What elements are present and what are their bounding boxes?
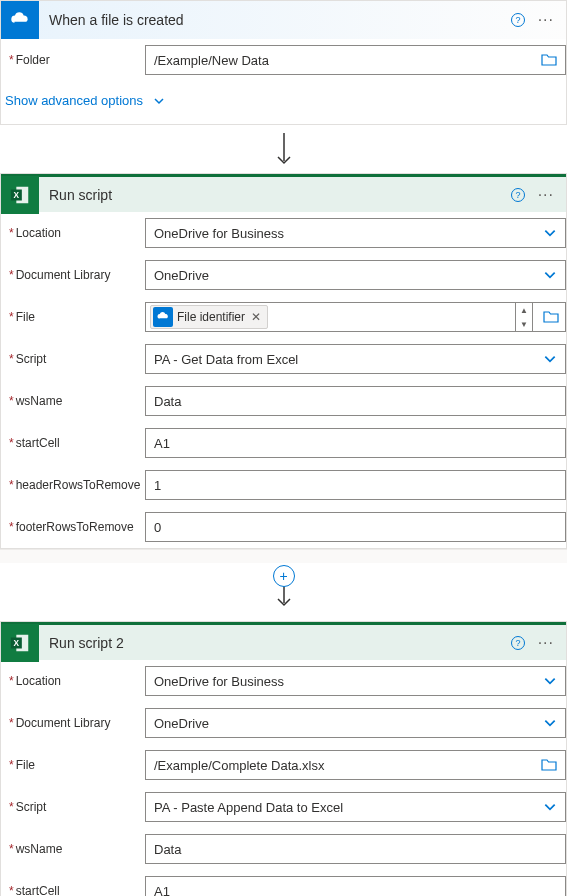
chevron-down-icon xyxy=(543,800,557,814)
field-script: *ScriptPA - Get Data from Excel xyxy=(1,338,566,380)
connector-arrow-icon xyxy=(0,125,567,173)
field-file: *File File identifier ✕ ▲▼ xyxy=(1,296,566,338)
startcell-input[interactable]: A1 xyxy=(145,876,566,896)
step-title: Run script 2 xyxy=(39,635,510,651)
step-header[interactable]: X Run script 2 ? ··· xyxy=(1,622,566,660)
chevron-down-icon xyxy=(543,716,557,730)
document-library-select[interactable]: OneDrive xyxy=(145,708,566,738)
help-icon[interactable]: ? xyxy=(510,187,526,203)
startcell-input[interactable]: A1 xyxy=(145,428,566,458)
field-startcell: *startCellA1 xyxy=(1,870,566,896)
folder-picker-icon[interactable] xyxy=(543,310,559,324)
step-title: Run script xyxy=(39,187,510,203)
step-header[interactable]: X Run script ? ··· xyxy=(1,174,566,212)
chevron-down-icon xyxy=(543,268,557,282)
field-document-library: *Document LibraryOneDrive xyxy=(1,254,566,296)
location-select[interactable]: OneDrive for Business xyxy=(145,218,566,248)
field-footerrows: *footerRowsToRemove0 xyxy=(1,506,566,548)
file-input[interactable]: File identifier ✕ ▲▼ xyxy=(145,302,566,332)
field-startcell: *startCellA1 xyxy=(1,422,566,464)
field-file: *File/Example/Complete Data.xlsx xyxy=(1,744,566,786)
folder-picker-icon[interactable] xyxy=(541,758,557,772)
field-document-library: *Document LibraryOneDrive xyxy=(1,702,566,744)
add-step-button[interactable]: + xyxy=(273,565,295,587)
svg-text:?: ? xyxy=(515,15,520,25)
headerrows-input[interactable]: 1 xyxy=(145,470,566,500)
show-advanced-options-link[interactable]: Show advanced options xyxy=(1,81,566,124)
step-run-script-2: X Run script 2 ? ··· *LocationOneDrive f… xyxy=(0,621,567,896)
excel-icon: X xyxy=(1,176,39,214)
overflow-menu-icon[interactable]: ··· xyxy=(538,11,554,29)
overflow-menu-icon[interactable]: ··· xyxy=(538,634,554,652)
script-select[interactable]: PA - Paste Append Data to Excel xyxy=(145,792,566,822)
help-icon[interactable]: ? xyxy=(510,635,526,651)
help-icon[interactable]: ? xyxy=(510,12,526,28)
field-wsname: *wsNameData xyxy=(1,380,566,422)
overflow-menu-icon[interactable]: ··· xyxy=(538,186,554,204)
excel-icon: X xyxy=(1,624,39,662)
chevron-down-icon xyxy=(543,674,557,688)
field-location: *LocationOneDrive for Business xyxy=(1,660,566,702)
location-select[interactable]: OneDrive for Business xyxy=(145,666,566,696)
stepper-icon[interactable]: ▲▼ xyxy=(515,303,533,331)
field-wsname: *wsNameData xyxy=(1,828,566,870)
script-select[interactable]: PA - Get Data from Excel xyxy=(145,344,566,374)
field-location: *LocationOneDrive for Business xyxy=(1,212,566,254)
remove-token-icon[interactable]: ✕ xyxy=(249,310,263,324)
footerrows-input[interactable]: 0 xyxy=(145,512,566,542)
svg-text:?: ? xyxy=(515,638,520,648)
field-folder: *Folder /Example/New Data xyxy=(1,39,566,81)
step-title: When a file is created xyxy=(39,12,510,28)
file-input[interactable]: /Example/Complete Data.xlsx xyxy=(145,750,566,780)
folder-input[interactable]: /Example/New Data xyxy=(145,45,566,75)
step-header[interactable]: When a file is created ? ··· xyxy=(1,1,566,39)
field-label-text: Folder xyxy=(16,53,50,67)
chevron-down-icon xyxy=(543,226,557,240)
wsname-input[interactable]: Data xyxy=(145,386,566,416)
field-headerrows: *headerRowsToRemove1 xyxy=(1,464,566,506)
step-run-script-1: X Run script ? ··· *LocationOneDrive for… xyxy=(0,173,567,549)
svg-text:X: X xyxy=(14,190,20,199)
step-onedrive-trigger: When a file is created ? ··· *Folder /Ex… xyxy=(0,0,567,125)
document-library-select[interactable]: OneDrive xyxy=(145,260,566,290)
svg-text:X: X xyxy=(14,638,20,647)
onedrive-icon xyxy=(153,307,173,327)
chevron-down-icon xyxy=(543,352,557,366)
connector-with-add: + xyxy=(0,563,567,621)
folder-picker-icon[interactable] xyxy=(541,53,557,67)
field-script: *ScriptPA - Paste Append Data to Excel xyxy=(1,786,566,828)
chevron-down-icon xyxy=(153,95,165,107)
wsname-input[interactable]: Data xyxy=(145,834,566,864)
onedrive-icon xyxy=(1,1,39,39)
svg-text:?: ? xyxy=(515,190,520,200)
dynamic-token-file-identifier[interactable]: File identifier ✕ xyxy=(150,305,268,329)
